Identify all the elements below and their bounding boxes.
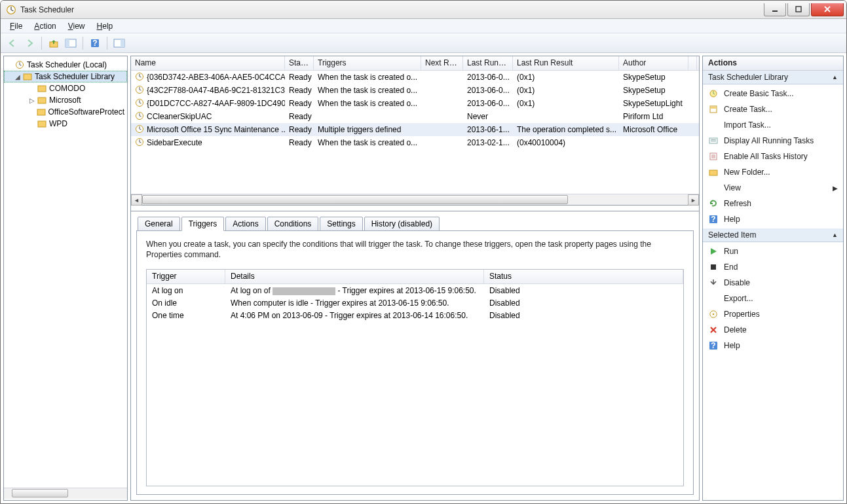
action-properties[interactable]: Properties — [703, 306, 843, 322]
trigger-row[interactable]: At log on At log on of - Trigger expires… — [147, 284, 683, 297]
task-author: Microsoft Office — [619, 124, 688, 135]
svg-rect-1 — [772, 10, 778, 12]
action-label: Run — [724, 247, 738, 256]
action-new-folder[interactable]: New Folder... — [703, 164, 843, 180]
forward-button[interactable] — [22, 35, 37, 51]
tab-settings[interactable]: Settings — [320, 217, 362, 231]
show-hide-action-pane-button[interactable] — [111, 35, 127, 51]
minimize-button[interactable] — [764, 3, 786, 16]
back-button[interactable] — [5, 35, 20, 51]
action-export[interactable]: Export... — [703, 291, 843, 306]
trigger-status: Disabled — [484, 298, 683, 308]
tree-item-label: Microsoft — [49, 96, 81, 105]
task-last-run: 2013-02-1... — [463, 137, 513, 148]
triggers-table-body[interactable]: At log on At log on of - Trigger expires… — [147, 284, 683, 486]
task-list-horizontal-scrollbar[interactable]: ◄ ► — [131, 194, 699, 205]
tree-item-wpd[interactable]: WPD — [4, 118, 127, 130]
action-label: Export... — [724, 294, 753, 303]
actions-section-selected[interactable]: Selected Item ▲ — [703, 228, 843, 242]
trigger-col-details[interactable]: Details — [225, 270, 484, 283]
scroll-left-button[interactable]: ◄ — [131, 194, 142, 206]
action-delete[interactable]: Delete — [703, 322, 843, 338]
task-row[interactable]: Microsoft Office 15 Sync Maintenance ...… — [131, 123, 699, 136]
tree-root[interactable]: Task Scheduler (Local) — [4, 59, 127, 71]
column-triggers[interactable]: Triggers — [314, 56, 421, 70]
actions-section-library[interactable]: Task Scheduler Library ▲ — [703, 71, 843, 84]
task-last-result: (0x1) — [513, 98, 619, 109]
menu-action[interactable]: Action — [29, 20, 61, 32]
column-next-run[interactable]: Next Ru... — [421, 56, 463, 70]
collapse-icon[interactable]: ▲ — [832, 74, 838, 81]
task-list-header[interactable]: Name Status Triggers Next Ru... Last Run… — [131, 56, 699, 71]
close-button[interactable] — [811, 3, 844, 16]
task-next-run — [421, 129, 463, 130]
tab-general[interactable]: General — [138, 217, 180, 231]
tree-item-microsoft[interactable]: ▷ Microsoft — [4, 94, 127, 106]
tree-item-officesoftwareprotect[interactable]: OfficeSoftwareProtect — [4, 106, 127, 118]
action-end[interactable]: End — [703, 259, 843, 275]
action-create-basic-task[interactable]: Create Basic Task... — [703, 86, 843, 101]
action-create-task[interactable]: Create Task... — [703, 101, 843, 117]
task-row[interactable]: {43C2F788-0A47-4BA6-9C21-81321C36... Rea… — [131, 84, 699, 97]
menu-help[interactable]: Help — [92, 20, 119, 32]
show-hide-console-tree-button[interactable] — [63, 35, 79, 51]
tab-actions[interactable]: Actions — [225, 217, 265, 231]
action-display-all-running-tasks[interactable]: Display All Running Tasks — [703, 133, 843, 149]
column-status[interactable]: Status — [285, 56, 314, 70]
tab-conditions[interactable]: Conditions — [267, 217, 319, 231]
scroll-right-button[interactable]: ► — [688, 194, 699, 206]
help-button[interactable]: ? — [87, 35, 103, 51]
clock-icon — [135, 85, 144, 96]
column-last-run[interactable]: Last Run T... — [463, 56, 513, 70]
action-help[interactable]: ? Help — [703, 338, 843, 353]
trigger-status: Disabled — [484, 285, 683, 296]
menu-view[interactable]: View — [63, 20, 90, 32]
triggers-table-header[interactable]: Trigger Details Status — [147, 270, 683, 284]
folder-icon — [37, 118, 47, 129]
action-help[interactable]: ? Help — [703, 211, 843, 227]
action-disable[interactable]: Disable — [703, 275, 843, 291]
navigation-tree[interactable]: Task Scheduler (Local) ◢ Task Scheduler … — [4, 58, 127, 488]
trigger-col-trigger[interactable]: Trigger — [147, 270, 225, 283]
task-status: Ready — [285, 137, 314, 148]
window-title: Task Scheduler — [20, 5, 74, 14]
tree-horizontal-scrollbar[interactable] — [4, 488, 127, 499]
task-row[interactable]: CCleanerSkipUAC Ready Never Piriform Ltd — [131, 110, 699, 123]
toolbar-separator — [41, 37, 42, 50]
svg-rect-5 — [66, 39, 69, 47]
action-enable-all-tasks-history[interactable]: Enable All Tasks History — [703, 149, 843, 164]
tab-triggers[interactable]: Triggers — [181, 217, 225, 231]
column-last-result[interactable]: Last Run Result — [513, 56, 619, 70]
column-name[interactable]: Name — [131, 56, 285, 70]
titlebar[interactable]: Task Scheduler — [1, 1, 846, 19]
trigger-row[interactable]: On idle When computer is idle - Trigger … — [147, 297, 683, 309]
expand-toggle-icon[interactable]: ▷ — [28, 97, 37, 104]
column-extra[interactable] — [688, 56, 697, 70]
trigger-col-status[interactable]: Status — [484, 270, 683, 283]
tree-item-comodo[interactable]: COMODO — [4, 82, 127, 94]
task-row[interactable]: {D01DC7CC-A827-4AAF-9809-1DC490... Ready… — [131, 97, 699, 110]
action-view[interactable]: View ▶ — [703, 180, 843, 196]
action-refresh[interactable]: Refresh — [703, 196, 843, 211]
task-row[interactable]: {036D3742-ABE3-406A-AAE5-0C4CCA... Ready… — [131, 71, 699, 84]
tree-library[interactable]: ◢ Task Scheduler Library — [4, 71, 127, 82]
actions-section-selected-label: Selected Item — [708, 230, 756, 240]
action-import-task[interactable]: Import Task... — [703, 117, 843, 133]
trigger-row[interactable]: One time At 4:06 PM on 2013-06-09 - Trig… — [147, 309, 683, 321]
trigger-status: Disabled — [484, 310, 683, 321]
task-list-body[interactable]: {036D3742-ABE3-406A-AAE5-0C4CCA... Ready… — [131, 71, 699, 194]
tree-item-label: WPD — [49, 119, 67, 128]
up-level-button[interactable] — [46, 35, 62, 51]
collapse-icon[interactable]: ▲ — [832, 232, 838, 238]
task-row[interactable]: SidebarExecute Ready When the task is cr… — [131, 136, 699, 149]
tab-history[interactable]: History (disabled) — [364, 217, 440, 231]
collapse-toggle-icon[interactable]: ◢ — [13, 73, 22, 81]
action-run[interactable]: Run — [703, 243, 843, 259]
column-author[interactable]: Author — [619, 56, 688, 70]
maximize-button[interactable] — [787, 3, 810, 16]
tree-pane: Task Scheduler (Local) ◢ Task Scheduler … — [3, 56, 128, 501]
action-label: View — [724, 183, 741, 192]
menu-file[interactable]: File — [5, 20, 28, 32]
actions-list-selected: Run End Disable Export... Properties — [703, 242, 843, 355]
toolbar: ? — [1, 33, 846, 53]
